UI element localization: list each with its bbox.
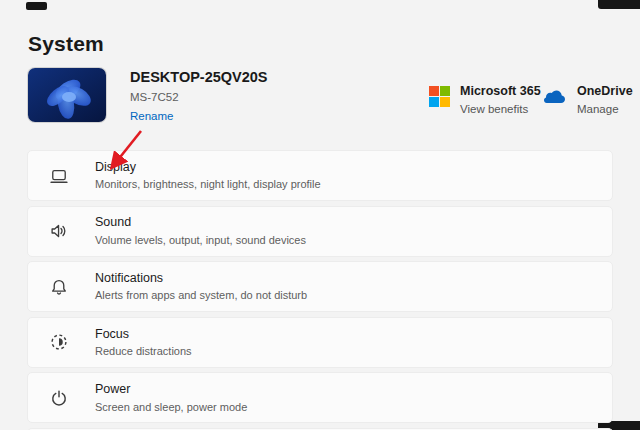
onedrive-title: OneDrive (577, 84, 633, 98)
settings-row-label: Sound (95, 216, 306, 229)
settings-row-description: Monitors, brightness, night light, displ… (95, 179, 321, 190)
settings-row-display[interactable]: Display Monitors, brightness, night ligh… (27, 150, 613, 201)
display-icon (49, 166, 69, 186)
settings-row-description: Volume levels, output, input, sound devi… (95, 235, 306, 246)
device-wallpaper-thumbnail (28, 68, 106, 122)
onedrive-cloud-icon (543, 88, 567, 104)
settings-row-description: Screen and sleep, power mode (95, 402, 247, 413)
microsoft-logo-icon (429, 86, 450, 107)
settings-row-label: Display (95, 161, 321, 174)
view-benefits-link[interactable]: View benefits (460, 103, 541, 115)
settings-row-power[interactable]: Power Screen and sleep, power mode (27, 372, 613, 423)
notifications-icon (49, 277, 69, 297)
settings-list: Display Monitors, brightness, night ligh… (27, 150, 613, 430)
settings-row-label: Notifications (95, 272, 307, 285)
device-name: DESKTOP-25QV20S (130, 70, 268, 85)
rename-link[interactable]: Rename (130, 111, 268, 123)
manage-link[interactable]: Manage (577, 103, 633, 115)
settings-row-description: Alerts from apps and system, do not dist… (95, 290, 307, 301)
settings-row-sound[interactable]: Sound Volume levels, output, input, soun… (27, 206, 613, 257)
crop-artifact-top-right (598, 0, 640, 9)
settings-row-description: Reduce distractions (95, 346, 192, 357)
microsoft-365-promo: Microsoft 365 View benefits (429, 84, 541, 115)
sound-icon (49, 221, 69, 241)
settings-system-page: { "page": { "title": "System" }, "device… (0, 0, 640, 430)
microsoft-365-title: Microsoft 365 (460, 84, 541, 98)
onedrive-promo: OneDrive Manage (543, 84, 633, 115)
page-title: System (28, 32, 104, 56)
windows-bloom-image (28, 68, 106, 122)
power-icon (49, 388, 69, 408)
crop-artifact-top-left (26, 2, 47, 10)
focus-icon (49, 332, 69, 352)
settings-row-focus[interactable]: Focus Reduce distractions (27, 317, 613, 368)
settings-row-label: Focus (95, 328, 192, 341)
device-model: MS-7C52 (130, 92, 268, 104)
settings-row-label: Power (95, 383, 247, 396)
settings-row-notifications[interactable]: Notifications Alerts from apps and syste… (27, 261, 613, 312)
